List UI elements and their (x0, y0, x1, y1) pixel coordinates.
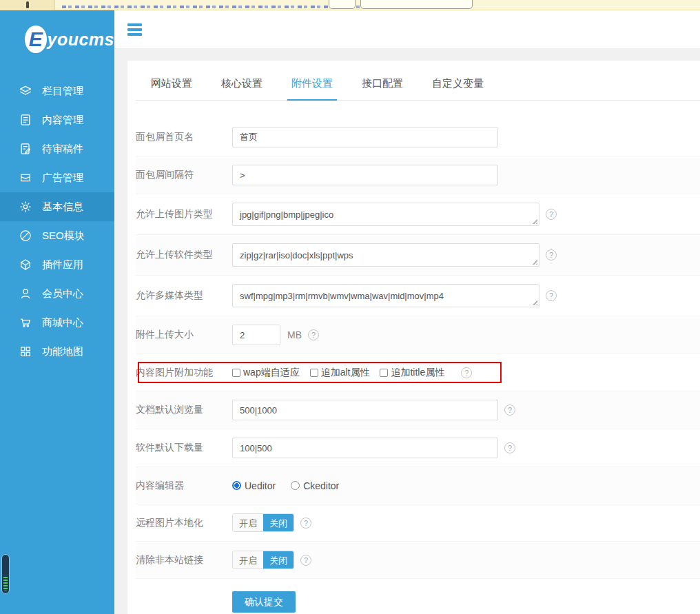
sidebar-item-label: 待审稿件 (42, 143, 83, 156)
help-icon[interactable]: ? (546, 290, 557, 301)
form-row-breadcrumb-separator: 面包屑间隔符 (136, 156, 700, 194)
breadcrumb-separator-input[interactable] (232, 165, 498, 185)
sidebar-item-mall[interactable]: 商城中心 (0, 308, 114, 337)
tab-附件设置[interactable]: 附件设置 (287, 77, 337, 101)
logo-icon: E (25, 25, 47, 53)
help-icon[interactable]: ? (504, 442, 515, 453)
clean-external-links-off-button[interactable]: 关闭 (263, 551, 294, 569)
form-row-soft-default-downloads: 软件默认下载量? (136, 429, 700, 467)
radio-icon[interactable] (291, 481, 300, 490)
plugin-icon (19, 258, 32, 272)
breadcrumb-home-control (232, 127, 498, 147)
content-editor-control: UeditorCkeditor (232, 475, 354, 495)
clean-external-links-on-button[interactable]: 开启 (233, 551, 263, 569)
checkbox-wap端自适应[interactable]: wap端自适应 (232, 367, 300, 379)
sidebar-item-layers[interactable]: 栏目管理 (0, 76, 114, 105)
pin-icon (26, 1, 29, 8)
sidebar-item-label: 栏目管理 (42, 85, 83, 98)
content-image-extras-label: 内容图片附加功能 (136, 367, 232, 379)
form-row-soft-upload-types: 允许上传软件类型? (136, 235, 700, 276)
breadcrumb-home-label: 面包屑首页名 (136, 131, 232, 143)
sidebar-item-map[interactable]: 功能地图 (0, 337, 114, 366)
checkbox-icon[interactable] (380, 369, 388, 377)
sidebar-item-label: 基本信息 (42, 201, 83, 214)
attachment-size-input[interactable] (232, 325, 280, 345)
mall-icon (19, 316, 32, 329)
sidebar-item-label: SEO模块 (42, 229, 85, 243)
radio-icon[interactable] (232, 481, 241, 490)
sidebar-item-content[interactable]: 内容管理 (0, 105, 114, 134)
radio-label: Ueditor (245, 480, 276, 491)
help-icon[interactable]: ? (546, 209, 557, 220)
media-upload-types-textarea[interactable] (232, 284, 539, 307)
top-header (114, 10, 700, 48)
media-upload-types-textarea-wrap (232, 284, 539, 307)
tab-接口配置[interactable]: 接口配置 (358, 77, 407, 101)
form-row-breadcrumb-home: 面包屑首页名 (136, 119, 700, 156)
doc-default-views-input[interactable] (232, 400, 498, 420)
checkbox-追加title属性[interactable]: 追加title属性 (380, 367, 444, 379)
menu-toggle-icon[interactable] (127, 23, 142, 36)
radio-Ueditor[interactable]: Ueditor (232, 480, 276, 491)
image-upload-types-textarea-wrap (232, 203, 539, 226)
sidebar-item-label: 会员中心 (42, 287, 83, 300)
help-icon[interactable]: ? (308, 329, 319, 340)
map-icon (19, 345, 32, 358)
remote-image-localize-off-button[interactable]: 关闭 (263, 514, 294, 531)
sidebar-item-gear[interactable]: 基本信息 (0, 192, 114, 221)
soft-upload-types-textarea[interactable] (232, 243, 539, 267)
radio-label: Ckeditor (303, 480, 339, 491)
attachment-size-unit: MB (287, 329, 302, 340)
toolbar-left-block (0, 0, 55, 10)
help-icon[interactable]: ? (300, 555, 311, 566)
radio-Ckeditor[interactable]: Ckeditor (291, 480, 339, 491)
sidebar-item-draft[interactable]: 待审稿件 (0, 134, 114, 163)
checkbox-icon[interactable] (310, 369, 318, 377)
submit-button[interactable]: 确认提交 (232, 591, 296, 613)
sidebar-item-plugin[interactable]: 插件应用 (0, 250, 114, 279)
checkbox-icon[interactable] (232, 369, 240, 377)
sidebar-item-ad[interactable]: 广告管理 (0, 163, 114, 192)
sidebar-item-member[interactable]: 会员中心 (0, 279, 114, 308)
tab-网站设置[interactable]: 网站设置 (147, 77, 196, 101)
form-row-doc-default-views: 文档默认浏览量? (136, 391, 700, 429)
member-icon (19, 287, 32, 300)
soft-upload-types-textarea-wrap (232, 243, 539, 267)
browser-toolbar (0, 0, 700, 10)
image-upload-types-textarea[interactable] (232, 203, 539, 226)
logo[interactable]: E youcms (0, 10, 114, 53)
soft-upload-types-label: 允许上传软件类型 (136, 249, 232, 261)
help-icon[interactable]: ? (300, 518, 311, 529)
doc-default-views-control: ? (232, 400, 515, 420)
recorder-stripes (3, 577, 8, 591)
logo-text: youcms (48, 30, 114, 50)
seo-icon (19, 229, 32, 243)
remote-image-localize-on-button[interactable]: 开启 (233, 514, 263, 531)
doc-default-views-label: 文档默认浏览量 (136, 404, 232, 416)
tab-核心设置[interactable]: 核心设置 (217, 77, 267, 101)
breadcrumb-home-input[interactable] (232, 127, 498, 147)
sidebar: E youcms 栏目管理内容管理待审稿件广告管理基本信息SEO模块插件应用会员… (0, 10, 114, 614)
sidebar-item-label: 广告管理 (42, 172, 83, 185)
checkbox-追加alt属性[interactable]: 追加alt属性 (310, 367, 370, 379)
toolbar-button[interactable] (329, 0, 356, 9)
help-icon[interactable]: ? (546, 249, 557, 260)
soft-upload-types-control: ? (232, 243, 557, 267)
sidebar-item-label: 商城中心 (42, 316, 83, 329)
soft-default-downloads-control: ? (232, 438, 515, 458)
ad-icon (19, 171, 32, 185)
form-row-remote-image-localize: 远程图片本地化开启关闭? (136, 504, 700, 542)
soft-default-downloads-input[interactable] (232, 438, 498, 458)
tab-自定义变量[interactable]: 自定义变量 (428, 77, 488, 101)
toolbar-input[interactable] (360, 0, 473, 9)
help-icon[interactable]: ? (504, 405, 515, 416)
draft-icon (19, 142, 32, 156)
content-editor-label: 内容编辑器 (136, 480, 232, 492)
image-upload-types-control: ? (232, 203, 557, 226)
help-icon[interactable]: ? (461, 367, 472, 378)
sidebar-menu: 栏目管理内容管理待审稿件广告管理基本信息SEO模块插件应用会员中心商城中心功能地… (0, 76, 114, 366)
media-upload-types-control: ? (232, 284, 557, 307)
layers-icon (19, 84, 32, 98)
sidebar-item-seo[interactable]: SEO模块 (0, 221, 114, 250)
form-row-attachment-size: 附件上传大小MB? (136, 316, 700, 354)
